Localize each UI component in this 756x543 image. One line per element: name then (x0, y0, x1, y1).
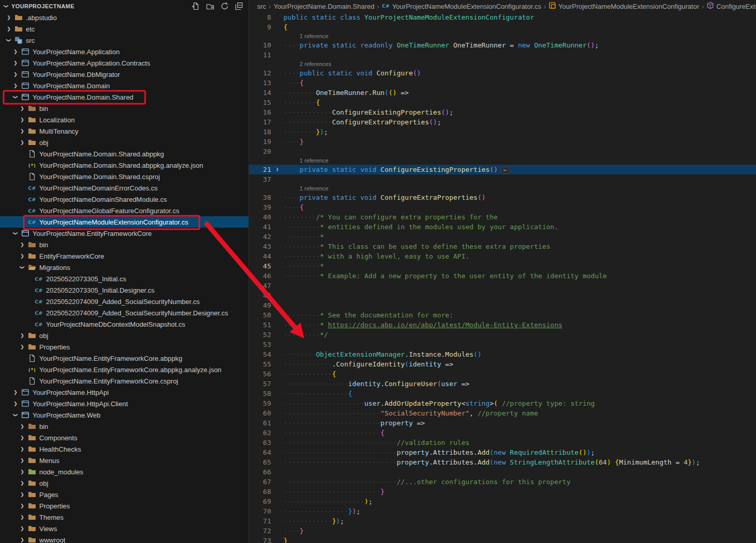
chevron-right-icon[interactable]: ❯ (18, 253, 27, 259)
tree-item[interactable]: ❯Pages (0, 489, 248, 500)
chevron-down-icon[interactable]: ❯ (13, 229, 18, 238)
chevron-right-icon[interactable]: ❯ (18, 435, 27, 440)
chevron-right-icon[interactable]: ❯ (11, 60, 20, 66)
code-line[interactable]: 62························{ (249, 428, 756, 438)
tree-item[interactable]: ❯YourProjectName.EntityFrameworkCore (0, 228, 248, 239)
code-line[interactable]: 46·········* Example: Add a new property… (249, 271, 756, 281)
tree-item[interactable]: C#YourProjectNameDomainSharedModule.cs (0, 194, 248, 205)
chevron-right-icon[interactable]: ❯ (11, 83, 20, 88)
tree-item[interactable]: ❯MultiTenancy (0, 125, 248, 137)
line-number[interactable]: 59 (249, 398, 271, 408)
code-line[interactable]: 64····························property.A… (249, 448, 756, 457)
line-number[interactable]: 11 (249, 50, 271, 60)
codelens-references[interactable]: 1 reference (300, 33, 328, 39)
tree-item[interactable]: ❯Themes (0, 512, 248, 523)
code-line[interactable]: 55············.ConfigureIdentity(identit… (249, 359, 756, 369)
line-number[interactable]: 69 (249, 497, 271, 506)
line-number[interactable]: 54 (249, 349, 271, 359)
chevron-down-icon[interactable]: ❯ (13, 92, 18, 102)
code-line[interactable]: 61························property => (249, 418, 756, 428)
code-line[interactable]: 18········}); (249, 127, 756, 137)
line-number[interactable]: 39 (249, 202, 271, 212)
line-number[interactable]: 51 (249, 320, 271, 330)
chevron-right-icon[interactable]: ❯ (18, 140, 27, 145)
tree-item[interactable]: (*)YourProjectName.Domain.Shared.abppkg.… (0, 159, 248, 171)
tree-item[interactable]: C#20250522074009_Added_SocialSecurityNum… (0, 296, 248, 307)
code-line[interactable]: 11 (249, 50, 756, 60)
tree-item[interactable]: ❯YourProjectName.Web (0, 409, 248, 421)
chevron-right-icon[interactable]: ❯ (18, 458, 27, 463)
tree-item[interactable]: ❯Migrations (0, 262, 248, 273)
chevron-right-icon[interactable]: ❯ (18, 515, 27, 520)
breadcrumb-item[interactable]: YourProjectNameModuleExtensionConfigurat… (548, 2, 699, 11)
line-number[interactable]: 46 (249, 271, 271, 281)
code-line[interactable]: 39····{ (249, 202, 756, 212)
line-number[interactable]: 10 (249, 40, 271, 50)
chevron-right-icon[interactable]: ❯ (18, 446, 27, 452)
tree-item[interactable]: ❯YourProjectName.HttpApi (0, 387, 248, 398)
tree-item[interactable]: ❯wwwroot (0, 534, 248, 543)
line-number[interactable]: 47 (249, 281, 271, 291)
tree-item[interactable]: ❯EntityFrameworkCore (0, 250, 248, 262)
line-number[interactable]: 49 (249, 300, 271, 310)
line-number[interactable]: 43 (249, 242, 271, 251)
line-number[interactable]: 42 (249, 232, 271, 242)
chevron-right-icon[interactable]: ❯ (18, 537, 27, 542)
tree-item[interactable]: ❯YourProjectName.Application (0, 46, 248, 57)
tree-item[interactable]: ❯Properties (0, 341, 248, 353)
line-number[interactable]: 52 (249, 330, 271, 340)
tree-item[interactable]: ❯YourProjectName.Domain (0, 80, 248, 91)
chevron-down-icon[interactable]: ❯ (20, 263, 25, 272)
code-line[interactable]: 47 (249, 281, 756, 291)
breadcrumb-item[interactable]: C#YourProjectNameModuleExtensionConfigur… (382, 2, 541, 11)
code-line[interactable]: 69····················); (249, 497, 756, 506)
tree-item[interactable]: YourProjectName.EntityFrameworkCore.abpp… (0, 353, 248, 364)
line-number[interactable]: 58 (249, 389, 271, 398)
code-line[interactable]: 68························} (249, 487, 756, 497)
line-number[interactable]: 40 (249, 212, 271, 222)
line-number[interactable]: 56 (249, 369, 271, 379)
line-number[interactable]: 19 (249, 137, 271, 147)
chevron-down-icon[interactable]: ❯ (6, 36, 11, 45)
chevron-right-icon[interactable]: ❯ (18, 117, 27, 122)
line-number[interactable]: 62 (249, 428, 271, 438)
code-line[interactable]: 72····} (249, 526, 756, 536)
code-line[interactable]: 45·········* (249, 261, 756, 271)
line-number[interactable]: 12 (249, 68, 271, 78)
chevron-right-icon[interactable]: ❯ (18, 526, 27, 531)
line-number[interactable]: 50 (249, 310, 271, 320)
code-line[interactable]: 43·········* This class can be used to d… (249, 242, 756, 251)
line-number[interactable]: 48 (249, 291, 271, 300)
line-number[interactable]: 38 (249, 193, 271, 202)
code-line[interactable]: 60························"SocialSecurit… (249, 408, 756, 418)
line-number[interactable]: 15 (249, 98, 271, 107)
code-line[interactable]: 42·········* (249, 232, 756, 242)
line-number[interactable]: 37 (249, 174, 271, 184)
code-line[interactable]: 63····························//validati… (249, 438, 756, 448)
codelens-references[interactable]: 1 reference (300, 157, 328, 164)
code-line[interactable]: 52·········*/ (249, 330, 756, 340)
tree-item[interactable]: C#YourProjectNameDbContextModelSnapshot.… (0, 318, 248, 330)
line-number[interactable]: 13 (249, 78, 271, 88)
line-number[interactable]: 63 (249, 438, 271, 448)
line-number[interactable]: 68 (249, 487, 271, 497)
line-number[interactable]: 60 (249, 408, 271, 418)
code-line[interactable]: 51·········* https://docs.abp.io/en/abp/… (249, 320, 756, 330)
code-line[interactable]: 16············ConfigureExistingPropertie… (249, 107, 756, 117)
code-line[interactable]: 17············ConfigureExtraProperties()… (249, 117, 756, 127)
line-number[interactable]: 53 (249, 340, 271, 349)
code-line[interactable]: 37 (249, 174, 756, 184)
breadcrumb-item[interactable]: src (257, 3, 266, 10)
code-line[interactable]: 38····private static void ConfigureExtra… (249, 193, 756, 202)
explorer-section-header[interactable]: ❯ YOURPROJECTNAME (0, 0, 248, 12)
code-line[interactable]: 71············}); (249, 516, 756, 526)
chevron-right-icon[interactable]: ❯ (18, 481, 27, 486)
tree-item[interactable]: (*)YourProjectName.EntityFrameworkCore.a… (0, 364, 248, 375)
tree-item[interactable]: C#YourProjectNameDomainErrorCodes.cs (0, 182, 248, 194)
tree-item[interactable]: YourProjectName.Domain.Shared.abppkg (0, 148, 248, 159)
codelens-references[interactable]: 2 references (300, 61, 331, 67)
tree-item[interactable]: ❯YourProjectName.Domain.Shared (0, 91, 248, 103)
code-line[interactable]: 50·········* See the documentation for m… (249, 310, 756, 320)
tree-item[interactable]: ❯obj (0, 477, 248, 489)
collapse-folders-button[interactable] (235, 2, 243, 10)
